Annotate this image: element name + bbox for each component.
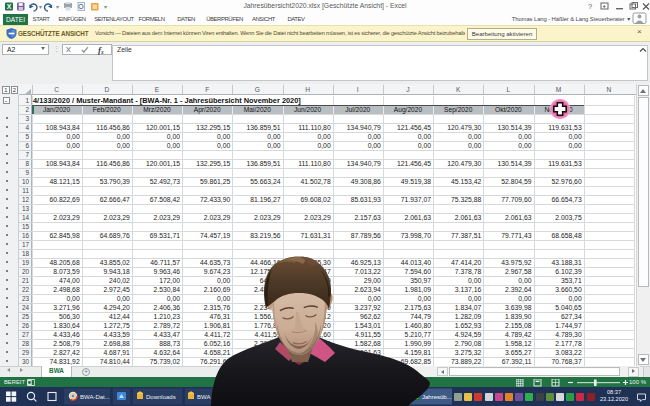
svg-text:fₓ: fₓ <box>98 45 104 55</box>
svg-text:BWA-Dat...: BWA-Dat... <box>80 394 110 400</box>
svg-text:Downloads: Downloads <box>146 394 176 400</box>
svg-text:?: ? <box>588 2 592 11</box>
